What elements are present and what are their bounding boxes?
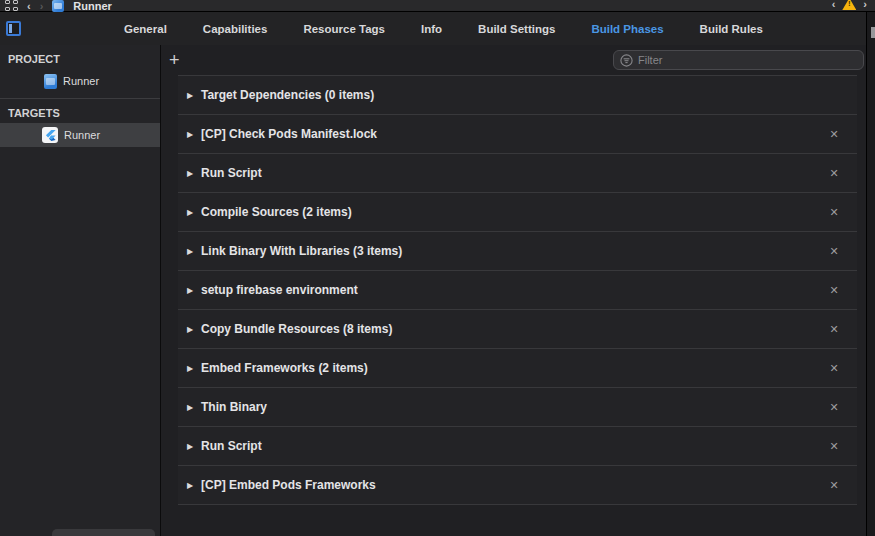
disclosure-triangle-icon[interactable] [187,169,201,178]
disclosure-triangle-icon[interactable] [187,130,201,139]
build-phase-row[interactable]: [CP] Embed Pods Frameworks [178,466,857,505]
build-phases-toolbar: + [161,45,866,75]
build-phase-label: [CP] Check Pods Manifest.lock [201,127,377,141]
remove-phase-button[interactable] [823,284,845,297]
targets-list: Runner [0,123,160,147]
disclosure-triangle-icon[interactable] [187,325,201,334]
build-phase-row[interactable]: Embed Frameworks (2 items) [178,349,857,388]
project-targets-sidebar: PROJECT Runner TARGETS [0,45,161,536]
build-phase-row[interactable]: Run Script [178,154,857,193]
filter-icon [620,54,633,67]
build-phase-row[interactable]: Run Script [178,427,857,466]
build-phase-label: [CP] Embed Pods Frameworks [201,478,376,492]
disclosure-triangle-icon[interactable] [187,91,201,100]
xcode-window: ‹ › Runner ‹ › General Capabilities Reso… [0,0,875,536]
sidebar-item-project-runner[interactable]: Runner [0,69,160,93]
jump-bar-file-name[interactable]: Runner [73,0,112,12]
jump-bar: ‹ › Runner ‹ › [0,0,875,12]
remove-phase-button[interactable] [823,245,845,258]
build-phase-label: Run Script [201,439,262,453]
disclosure-triangle-icon[interactable] [187,364,201,373]
pane-edge [866,45,875,536]
build-phase-label: setup firebase environment [201,283,358,297]
disclosure-triangle-icon[interactable] [187,247,201,256]
editor-tab-bar: General Capabilities Resource Tags Info … [0,12,875,45]
filter-input[interactable] [638,54,838,66]
filter-field[interactable] [613,50,864,70]
editor-tab[interactable]: Build Rules [700,23,763,35]
build-phase-label: Embed Frameworks (2 items) [201,361,368,375]
project-file-icon [52,0,64,12]
editor-tab[interactable]: Build Settings [478,23,555,35]
disclosure-triangle-icon[interactable] [187,403,201,412]
editor-tab[interactable]: Build Phases [591,23,663,35]
disclosure-triangle-icon[interactable] [187,286,201,295]
build-phase-row[interactable]: setup firebase environment [178,271,857,310]
remove-phase-button[interactable] [823,206,845,219]
remove-phase-button[interactable] [823,479,845,492]
project-list: Runner [0,69,160,93]
warning-icon[interactable] [842,0,856,10]
build-phase-row[interactable]: Thin Binary [178,388,857,427]
build-phase-label: Copy Bundle Resources (8 items) [201,322,392,336]
remove-phase-button[interactable] [823,401,845,414]
disclosure-triangle-icon[interactable] [187,442,201,451]
add-build-phase-button[interactable]: + [169,47,180,73]
sidebar-item-label: Runner [63,75,99,87]
editor-tab[interactable]: Resource Tags [303,23,385,35]
forward-chevron-icon[interactable]: › [40,1,44,11]
flutter-target-icon [42,127,58,143]
remove-phase-button[interactable] [823,167,845,180]
build-phase-list: Target Dependencies (0 items) [CP] Check… [178,75,857,505]
remove-phase-button[interactable] [823,362,845,375]
build-phase-label: Link Binary With Libraries (3 items) [201,244,402,258]
build-phase-row[interactable]: Target Dependencies (0 items) [178,76,857,115]
build-phase-label: Run Script [201,166,262,180]
xcodeproj-icon [44,74,57,89]
pane-edge-fragment [871,27,875,38]
editor-tab[interactable]: Info [421,23,442,35]
back-chevron-icon[interactable]: ‹ [27,1,31,11]
build-phases-editor: + Target Dependencies (0 items [161,45,866,536]
editor-tabs: General Capabilities Resource Tags Info … [0,23,763,35]
build-phase-label: Thin Binary [201,400,267,414]
previous-issue-chevron-icon[interactable]: ‹ [832,0,836,9]
editor-tab[interactable]: General [124,23,167,35]
project-section-header: PROJECT [0,45,160,69]
build-phase-row[interactable]: Compile Sources (2 items) [178,193,857,232]
remove-phase-button[interactable] [823,323,845,336]
sidebar-item-target-runner[interactable]: Runner [0,123,160,147]
sidebar-item-label: Runner [64,129,100,141]
project-sidebar-toggle-icon[interactable] [6,21,21,36]
editor-tab[interactable]: Capabilities [203,23,268,35]
build-phase-row[interactable]: [CP] Check Pods Manifest.lock [178,115,857,154]
build-phase-row[interactable]: Copy Bundle Resources (8 items) [178,310,857,349]
disclosure-triangle-icon[interactable] [187,208,201,217]
remove-phase-button[interactable] [823,440,845,453]
build-phase-row[interactable]: Link Binary With Libraries (3 items) [178,232,857,271]
build-phase-label: Target Dependencies (0 items) [201,88,374,102]
next-issue-chevron-icon[interactable]: › [863,0,867,9]
related-items-grid-icon[interactable] [5,0,18,11]
add-target-button[interactable] [52,529,155,536]
disclosure-triangle-icon[interactable] [187,481,201,490]
build-phase-label: Compile Sources (2 items) [201,205,352,219]
remove-phase-button[interactable] [823,128,845,141]
targets-section-header: TARGETS [0,99,160,123]
